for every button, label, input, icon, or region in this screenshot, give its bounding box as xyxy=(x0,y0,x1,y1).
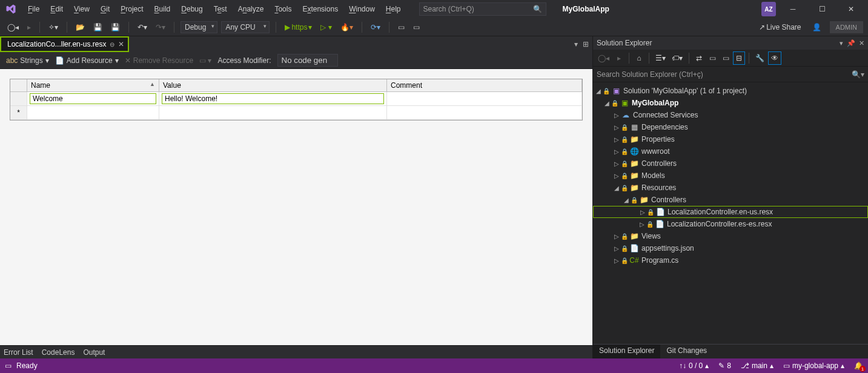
tab-localization-resx[interactable]: LocalizationCo...ller.en-us.resx ⊖ ✕ xyxy=(0,36,129,52)
undo-icon[interactable]: ↶▾ xyxy=(135,22,150,33)
tb-misc2-icon[interactable]: ▭ xyxy=(411,22,422,33)
menu-edit[interactable]: Edit xyxy=(45,2,68,16)
tab-error-list[interactable]: Error List xyxy=(4,348,33,357)
menu-analyze[interactable]: Analyze xyxy=(233,2,269,16)
tb-misc1-icon[interactable]: ▭ xyxy=(396,22,407,33)
minimize-button[interactable]: ─ xyxy=(781,1,805,18)
column-name[interactable]: Name▲ xyxy=(27,79,159,91)
cell-name[interactable]: Welcome xyxy=(27,92,159,105)
sol-back-icon[interactable]: ◯◂ xyxy=(595,52,612,64)
node-properties[interactable]: ▷🔒📁Properties xyxy=(593,133,868,145)
node-views[interactable]: ▷🔒📁Views xyxy=(593,230,868,242)
sol-collapse-icon[interactable]: ⊟ xyxy=(733,51,745,65)
close-icon[interactable]: ✕ xyxy=(118,40,124,48)
feedback-icon[interactable]: 👤 xyxy=(810,22,824,33)
menu-window[interactable]: Window xyxy=(344,2,380,16)
menu-test[interactable]: Test xyxy=(209,2,232,16)
sol-fwd-icon[interactable]: ▸ xyxy=(613,52,625,64)
resx-grid[interactable]: Name▲ Value Comment Welcome Hello! Welco… xyxy=(10,79,583,120)
menu-extensions[interactable]: Extensions xyxy=(297,2,343,16)
new-item-icon[interactable]: ✧▾ xyxy=(46,22,61,33)
browser-link-icon[interactable]: ⟳▾ xyxy=(368,22,383,33)
node-solution[interactable]: ◢🔒▣Solution 'MyGlobalApp' (1 of 1 projec… xyxy=(593,85,868,97)
status-bar: ▭ Ready ↑↓ 0 / 0 ▴ ✎ 8 ⎇ main ▴ ▭ my-glo… xyxy=(0,358,868,373)
tab-solution-explorer[interactable]: Solution Explorer xyxy=(593,345,660,358)
node-models[interactable]: ▷🔒📁Models xyxy=(593,170,868,182)
table-row[interactable]: Welcome Hello! Welcome! xyxy=(10,92,582,106)
status-changes[interactable]: ✎ 8 xyxy=(718,361,731,370)
menu-help[interactable]: Help xyxy=(381,2,406,16)
user-avatar[interactable]: AZ xyxy=(761,2,776,16)
bottom-tool-tabs: Error List CodeLens Output xyxy=(0,345,592,358)
start-debug-button[interactable]: ▶ https ▾ xyxy=(282,22,314,33)
nav-fwd-icon[interactable]: ▸ xyxy=(25,22,33,33)
pin-icon[interactable]: ⊖ xyxy=(110,41,114,48)
strings-dropdown[interactable]: abc Strings ▾ xyxy=(6,56,49,65)
tab-window-icon[interactable]: ⊞ xyxy=(583,40,589,48)
config-dropdown[interactable]: Debug xyxy=(181,21,217,33)
menu-tools[interactable]: Tools xyxy=(270,2,296,16)
tab-overflow-icon[interactable]: ▾ xyxy=(574,40,578,48)
document-tabs: LocalizationCo...ller.en-us.resx ⊖ ✕ ▾ ⊞ xyxy=(0,36,592,52)
add-resource-button[interactable]: 📄 Add Resource ▾ xyxy=(55,56,119,65)
node-appsettings[interactable]: ▷🔒📄appsettings.json xyxy=(593,242,868,254)
sol-home-icon[interactable]: ⌂ xyxy=(633,52,645,64)
node-resources-controllers[interactable]: ◢🔒📁Controllers xyxy=(593,194,868,206)
menu-build[interactable]: Build xyxy=(150,2,176,16)
rowheader[interactable] xyxy=(10,92,27,105)
tab-git-changes[interactable]: Git Changes xyxy=(660,345,713,358)
status-output-icon[interactable]: ▭ xyxy=(5,361,12,370)
sol-sync-icon[interactable]: ⇄ xyxy=(693,52,705,64)
sol-preview-icon[interactable]: 👁 xyxy=(768,51,781,65)
menu-git[interactable]: Git xyxy=(96,2,114,16)
nav-back-icon[interactable]: ◯◂ xyxy=(5,22,21,33)
cell-comment[interactable] xyxy=(387,92,582,105)
sol-properties-icon[interactable]: 🔧 xyxy=(753,52,767,64)
node-program-cs[interactable]: ▷🔒C#Program.cs xyxy=(593,254,868,266)
save-all-icon[interactable]: 💾 xyxy=(108,22,122,33)
start-nodebug-button[interactable]: ▷ ▾ xyxy=(318,22,334,33)
solution-icon: ▣ xyxy=(611,87,621,95)
node-resources[interactable]: ◢🔒📁Resources xyxy=(593,182,868,194)
status-branch[interactable]: ⎇ main ▴ xyxy=(741,361,774,370)
status-repo[interactable]: ▭ my-global-app ▴ xyxy=(783,361,844,370)
tab-codelens[interactable]: CodeLens xyxy=(42,348,75,357)
sol-filter-icon[interactable]: 🏷▾ xyxy=(669,52,685,64)
access-modifier-label: Access Modifier: xyxy=(217,56,271,65)
maximize-button[interactable]: ☐ xyxy=(810,1,834,18)
node-wwwroot[interactable]: ▷🔒🌐wwwroot xyxy=(593,145,868,157)
panel-dropdown-icon[interactable]: ▾ xyxy=(840,39,843,47)
column-value[interactable]: Value xyxy=(159,79,387,91)
tab-output[interactable]: Output xyxy=(83,348,105,357)
node-project[interactable]: ◢🔒▣MyGlobalApp xyxy=(593,97,868,109)
node-resx-en-us[interactable]: ▷🔒📄LocalizationController.en-us.resx xyxy=(593,206,868,218)
panel-pin-icon[interactable]: 📌 xyxy=(847,39,855,47)
close-button[interactable]: ✕ xyxy=(839,1,863,18)
save-icon[interactable]: 💾 xyxy=(91,22,105,33)
live-share-button[interactable]: ↗ Live Share xyxy=(757,22,803,33)
cell-value[interactable]: Hello! Welcome! xyxy=(159,92,387,105)
solution-search[interactable]: Search Solution Explorer (Ctrl+ç) 🔍▾ xyxy=(593,67,868,82)
node-controllers[interactable]: ▷🔒📁Controllers xyxy=(593,157,868,170)
menu-project[interactable]: Project xyxy=(116,2,148,16)
table-row-new[interactable]: * xyxy=(10,106,582,120)
panel-close-icon[interactable]: ✕ xyxy=(859,39,864,47)
sol-showall-icon[interactable]: ▭ xyxy=(720,52,732,64)
hot-reload-icon[interactable]: 🔥▾ xyxy=(338,22,356,33)
menu-file[interactable]: File xyxy=(23,2,44,16)
node-dependencies[interactable]: ▷🔒▦Dependencies xyxy=(593,121,868,133)
open-icon[interactable]: 📂 xyxy=(73,22,87,33)
node-resx-es-es[interactable]: ▷🔒📄LocalizationController.es-es.resx xyxy=(593,218,868,230)
platform-dropdown[interactable]: Any CPU xyxy=(221,21,270,33)
menu-view[interactable]: View xyxy=(69,2,94,16)
sol-switch-view-icon[interactable]: ☰▾ xyxy=(653,52,668,64)
codegen-dropdown[interactable] xyxy=(277,54,338,67)
node-connected-services[interactable]: ▷☁Connected Services xyxy=(593,109,868,121)
status-sync[interactable]: ↑↓ 0 / 0 ▴ xyxy=(679,361,709,370)
search-box[interactable]: Search (Ctrl+Q) 🔍 xyxy=(419,2,546,16)
sol-refresh-icon[interactable]: ▭ xyxy=(706,52,718,64)
menu-debug[interactable]: Debug xyxy=(176,2,207,16)
notifications-icon[interactable]: 🔔 xyxy=(854,361,863,370)
redo-icon[interactable]: ↷▾ xyxy=(153,22,168,33)
column-comment[interactable]: Comment xyxy=(387,79,582,91)
